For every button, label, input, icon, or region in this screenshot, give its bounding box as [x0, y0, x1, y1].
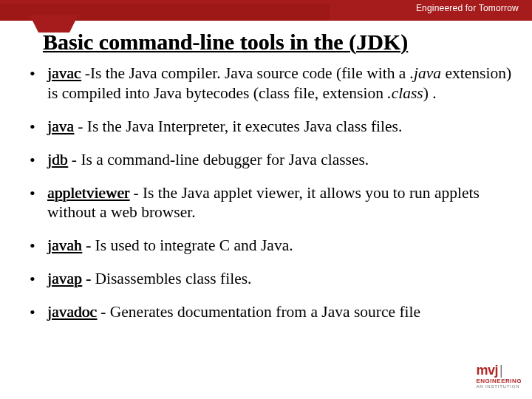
- tool-desc: - Disassembles class files.: [82, 270, 252, 287]
- bullet-item: javac -Is the Java compiler. Java source…: [28, 64, 516, 103]
- logo-sub2: AN INSTITUTION: [476, 384, 522, 389]
- logo-sub1: ENGINEERING: [476, 378, 522, 384]
- tool-name: java: [47, 117, 74, 135]
- tool-name: appletviewer: [47, 184, 129, 202]
- logo-text: mvj: [476, 363, 498, 378]
- bullet-item: java - Is the Java Interpreter, it execu…: [28, 117, 516, 137]
- tool-name: jdb: [47, 151, 67, 168]
- tagline: Engineered for Tomorrow: [416, 3, 519, 13]
- tool-name: javac: [47, 64, 81, 82]
- bullet-item: javah - Is used to integrate C and Java.: [28, 236, 516, 256]
- tool-desc: - Is a command-line debugger for Java cl…: [67, 151, 369, 168]
- slide-title: Basic command-line tools in the (JDK): [43, 30, 408, 55]
- header-bar: Engineered for Tomorrow: [0, 0, 532, 21]
- footer-logo: mvj| ENGINEERING AN INSTITUTION: [476, 363, 522, 389]
- tool-desc: - Generates documentation from a Java so…: [97, 303, 420, 321]
- bullet-item: javadoc - Generates documentation from a…: [28, 302, 516, 322]
- tool-desc: - Is used to integrate C and Java.: [82, 236, 293, 254]
- tool-name: javah: [47, 236, 82, 254]
- bullet-list: javac -Is the Java compiler. Java source…: [28, 64, 516, 335]
- tool-name: javap: [47, 270, 82, 287]
- bullet-item: javap - Disassembles class files.: [28, 269, 516, 289]
- tool-desc: -Is the Java compiler. Java source code …: [47, 64, 511, 102]
- bullet-item: appletviewer - Is the Java applet viewer…: [28, 183, 516, 223]
- bullet-item: jdb - Is a command-line debugger for Jav…: [28, 150, 516, 170]
- tool-name: javadoc: [47, 303, 97, 321]
- tool-desc: - Is the Java Interpreter, it executes J…: [74, 117, 402, 135]
